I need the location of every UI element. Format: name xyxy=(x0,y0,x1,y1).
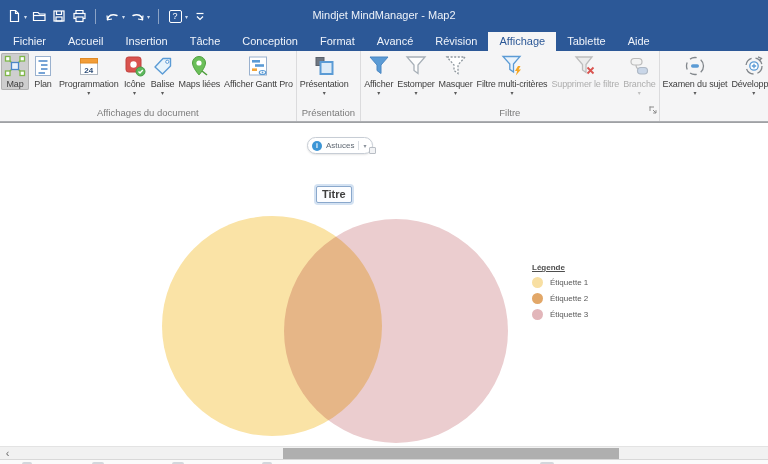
map-view-button[interactable]: Map xyxy=(1,53,29,90)
astuces-button[interactable]: i Astuces ▾ xyxy=(307,137,373,154)
open-button[interactable] xyxy=(31,7,47,25)
legend-swatch-2 xyxy=(532,293,543,304)
map-canvas[interactable]: i Astuces ▾ Titre Légende Étiquette 1 Ét… xyxy=(0,122,768,446)
tab-conception[interactable]: Conception xyxy=(231,32,309,51)
tab-tache[interactable]: Tâche xyxy=(179,32,232,51)
undo-icon xyxy=(105,10,120,23)
branche-button: Branche ▾ xyxy=(621,53,657,97)
filtre-multi-criteres-button[interactable]: Filtre multi-critères ▾ xyxy=(475,53,550,97)
maps-liees-button[interactable]: Maps liées xyxy=(177,53,223,90)
ribbon-group-affichages-du-document: Map Plan 24 Programmation ▾ Icône ▾ Bali… xyxy=(0,51,297,121)
programmation-button[interactable]: 24 Programmation ▾ xyxy=(57,53,121,97)
legend-title: Légende xyxy=(532,263,588,272)
legend-label-3: Étiquette 3 xyxy=(550,310,588,319)
examen-du-sujet-button[interactable]: Examen du sujet ▾ xyxy=(661,53,730,97)
tab-affichage[interactable]: Affichage xyxy=(488,32,556,51)
titlebar: Mindjet MindManager - Map2 ▾ ▾ ▾ ? ▾ xyxy=(0,0,768,32)
print-icon xyxy=(72,9,87,23)
dropdown-caret-icon: ▾ xyxy=(87,90,90,96)
focus-topic-icon xyxy=(683,54,707,78)
new-document-button[interactable] xyxy=(6,7,22,25)
gantt-chart-icon xyxy=(246,54,270,78)
dialog-launcher-icon[interactable] xyxy=(649,100,657,118)
developper-button[interactable]: Développer ▾ xyxy=(729,53,768,97)
popup-anchor-icon[interactable] xyxy=(369,147,376,154)
filter-filled-icon xyxy=(367,54,391,78)
estomper-button[interactable]: Estomper ▾ xyxy=(395,53,436,97)
redo-caret-icon[interactable]: ▾ xyxy=(147,13,150,20)
help-caret-icon[interactable]: ▾ xyxy=(185,13,188,20)
scrollbar-thumb[interactable] xyxy=(283,448,619,459)
legend-item: Étiquette 2 xyxy=(532,293,588,304)
dropdown-caret-icon: ▾ xyxy=(414,90,417,96)
new-document-icon xyxy=(7,9,21,23)
astuces-label: Astuces xyxy=(326,141,354,150)
dropdown-caret-icon: ▾ xyxy=(511,90,514,96)
group-label-presentation: Présentation xyxy=(298,107,359,121)
map-view-icon xyxy=(3,54,27,78)
group-label-affichages-du-document: Affichages du document xyxy=(1,107,295,121)
dropdown-caret-icon: ▾ xyxy=(454,90,457,96)
qat-separator xyxy=(158,9,159,24)
ribbon: Map Plan 24 Programmation ▾ Icône ▾ Bali… xyxy=(0,51,768,122)
branch-topics-icon xyxy=(627,54,651,78)
print-button[interactable] xyxy=(71,7,87,25)
filter-outline-icon xyxy=(404,54,428,78)
help-button[interactable]: ? xyxy=(167,7,183,25)
tab-avance[interactable]: Avancé xyxy=(366,32,425,51)
tab-fichier[interactable]: Fichier xyxy=(2,32,57,51)
ribbon-group-detail: Examen du sujet ▾ Développer ▾ Réduire l… xyxy=(660,51,768,121)
tab-revision[interactable]: Révision xyxy=(424,32,488,51)
legend[interactable]: Légende Étiquette 1 Étiquette 2 Étiquett… xyxy=(532,263,588,325)
expand-circular-icon xyxy=(742,54,766,78)
redo-icon xyxy=(130,10,145,23)
legend-label-1: Étiquette 1 xyxy=(550,278,588,287)
dropdown-caret-icon: ▾ xyxy=(752,90,755,96)
pill-separator xyxy=(358,141,359,150)
filter-dashed-icon xyxy=(444,54,468,78)
legend-item: Étiquette 3 xyxy=(532,309,588,320)
redo-button[interactable] xyxy=(129,7,145,25)
afficher-gantt-pro-button[interactable]: Afficher Gantt Pro xyxy=(222,53,295,90)
tag-icon xyxy=(151,54,175,78)
plan-view-button[interactable]: Plan xyxy=(29,53,57,90)
tab-insertion[interactable]: Insertion xyxy=(114,32,178,51)
venn-diagram xyxy=(0,123,768,447)
filter-remove-icon xyxy=(573,54,597,78)
customize-qat-icon xyxy=(194,11,206,22)
ribbon-group-presentation: Présentation ▾ Présentation xyxy=(297,51,361,121)
icone-button[interactable]: Icône ▾ xyxy=(121,53,149,97)
legend-swatch-3 xyxy=(532,309,543,320)
plan-view-icon xyxy=(31,54,55,78)
dropdown-caret-icon: ▾ xyxy=(133,90,136,96)
ribbon-tab-bar: Fichier Accueil Insertion Tâche Concepti… xyxy=(0,32,768,51)
map-pin-icon xyxy=(187,54,211,78)
legend-item: Étiquette 1 xyxy=(532,277,588,288)
dropdown-caret-icon: ▾ xyxy=(323,90,326,96)
undo-caret-icon[interactable]: ▾ xyxy=(122,13,125,20)
balise-button[interactable]: Balise ▾ xyxy=(149,53,177,97)
tab-tablette[interactable]: Tablette xyxy=(556,32,617,51)
supprimer-le-filtre-button: Supprimer le filtre xyxy=(549,53,621,90)
tab-aide[interactable]: Aide xyxy=(617,32,661,51)
tab-accueil[interactable]: Accueil xyxy=(57,32,114,51)
tab-format[interactable]: Format xyxy=(309,32,366,51)
info-icon: i xyxy=(312,141,322,151)
save-button[interactable] xyxy=(51,7,67,25)
calendar-icon: 24 xyxy=(77,54,101,78)
presentation-button[interactable]: Présentation ▾ xyxy=(298,53,351,97)
customize-qat-button[interactable] xyxy=(192,7,208,25)
new-document-caret-icon[interactable]: ▾ xyxy=(24,13,27,20)
group-label-filtre: Filtre xyxy=(362,107,657,121)
afficher-filtre-button[interactable]: Afficher ▾ xyxy=(362,53,395,97)
topic-title-box[interactable]: Titre xyxy=(316,186,352,203)
horizontal-scrollbar[interactable]: ‹ xyxy=(0,446,768,459)
masquer-button[interactable]: Masquer ▾ xyxy=(437,53,475,97)
dropdown-caret-icon: ▾ xyxy=(161,90,164,96)
presentation-icon xyxy=(312,54,336,78)
save-icon xyxy=(52,9,66,23)
open-folder-icon xyxy=(32,9,47,23)
undo-button[interactable] xyxy=(104,7,120,25)
dropdown-caret-icon: ▾ xyxy=(694,90,697,96)
venn-circle-right[interactable] xyxy=(284,219,508,443)
